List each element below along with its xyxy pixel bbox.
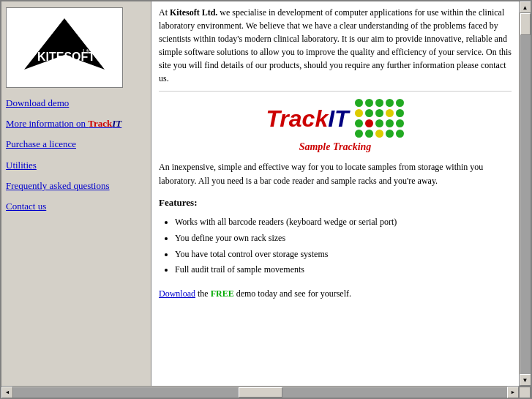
features-heading: Features: <box>159 197 512 209</box>
h-scroll-thumb[interactable] <box>239 387 282 398</box>
dot-19 <box>386 130 394 138</box>
download-middle-text: the <box>195 288 211 299</box>
company-name: Kitesoft Ltd. <box>170 7 217 18</box>
dot-5 <box>396 99 404 107</box>
trackit-header: TrackIT <box>159 99 512 153</box>
features-list: Works with all barcode readers (keyboard… <box>159 215 512 277</box>
sidebar-item-utilities[interactable]: Utilities <box>6 159 146 172</box>
feature-4: Full audit trail of sample movements <box>175 262 512 278</box>
dot-15 <box>396 119 404 127</box>
track-word: Track <box>266 105 328 132</box>
download-link[interactable]: Download <box>159 288 195 299</box>
sidebar-item-contact-us[interactable]: Contact us <box>6 200 146 213</box>
dot-11 <box>355 119 363 127</box>
trackit-title-text: TrackIT <box>266 105 348 133</box>
vertical-scrollbar[interactable]: ▲ ▼ <box>519 1 531 386</box>
dot-14 <box>386 119 394 127</box>
right-panel: At Kitesoft Ltd. we specialise in develo… <box>151 1 519 386</box>
trackit-dots-grid <box>355 99 405 138</box>
free-label: FREE <box>211 288 234 299</box>
horizontal-scrollbar[interactable]: ◄ ► <box>1 386 531 398</box>
sidebar-item-download-demo[interactable]: Download demo <box>6 97 146 110</box>
sidebar-item-purchase-licence[interactable]: Purchase a licence <box>6 138 146 151</box>
download-line: Download the FREE demo today and see for… <box>159 288 512 299</box>
sidebar-item-more-info[interactable]: More information on TrackIT <box>6 117 146 130</box>
dot-1 <box>355 99 363 107</box>
scroll-track[interactable] <box>520 13 531 374</box>
dot-8 <box>375 109 383 117</box>
feature-3: You have total control over storage syst… <box>175 247 512 263</box>
scroll-thumb[interactable] <box>520 13 531 35</box>
scroll-down-button[interactable]: ▼ <box>520 374 531 386</box>
top-description: At Kitesoft Ltd. we specialise in develo… <box>159 6 512 92</box>
dot-10 <box>396 109 404 117</box>
dot-6 <box>355 109 363 117</box>
svg-text:Ltd.: Ltd. <box>83 48 94 55</box>
browser-window: KITESOFT Ltd. Download demo More informa… <box>0 0 532 399</box>
dot-2 <box>365 99 373 107</box>
feature-1: Works with all barcode readers (keyboard… <box>175 215 512 231</box>
h-scroll-track[interactable] <box>13 387 507 398</box>
company-description: we specialise in development of computer… <box>159 7 512 83</box>
feature-2: You define your own rack sizes <box>175 231 512 247</box>
dot-20 <box>396 130 404 138</box>
dot-18 <box>375 130 383 138</box>
dot-4 <box>386 99 394 107</box>
scroll-right-button[interactable]: ► <box>507 387 519 398</box>
trackit-description: An inexpensive, simple and effective way… <box>159 160 512 188</box>
sample-tracking-label: Sample Tracking <box>159 141 512 153</box>
kitesoft-logo: KITESOFT Ltd. <box>10 11 119 84</box>
download-end-text: demo today and see for yourself. <box>234 288 351 299</box>
dot-7 <box>365 109 373 117</box>
scroll-left-button[interactable]: ◄ <box>1 387 13 398</box>
trackit-title-row: TrackIT <box>159 99 512 138</box>
scroll-up-button[interactable]: ▲ <box>520 1 531 13</box>
sidebar-item-faq[interactable]: Frequently asked questions <box>6 179 146 193</box>
track-label: Track <box>88 118 112 129</box>
dot-17 <box>365 130 373 138</box>
sidebar: KITESOFT Ltd. Download demo More informa… <box>1 1 151 386</box>
it-word: IT <box>328 105 348 132</box>
dot-9 <box>386 109 394 117</box>
dot-13 <box>375 119 383 127</box>
dot-12 <box>365 119 373 127</box>
it-label: IT <box>112 118 121 129</box>
dot-3 <box>375 99 383 107</box>
dot-16 <box>355 130 363 138</box>
scroll-corner <box>519 387 531 398</box>
logo-box: KITESOFT Ltd. <box>6 7 123 88</box>
